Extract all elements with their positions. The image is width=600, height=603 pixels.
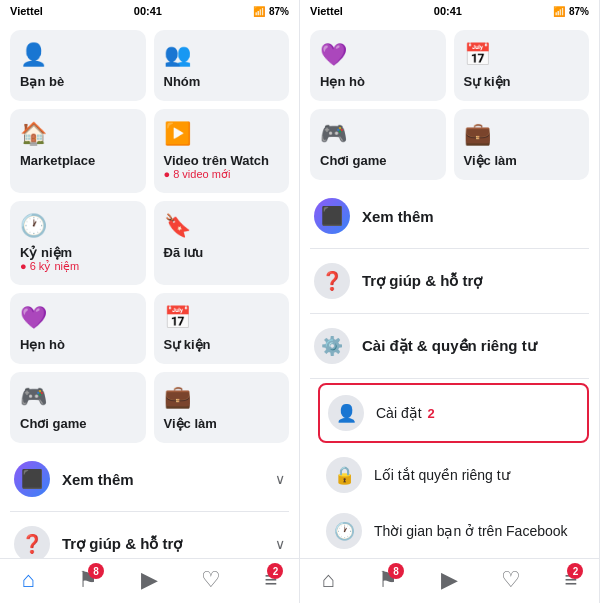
- hen-ho-label: Hẹn hò: [20, 337, 65, 352]
- choi-game-label: Chơi game: [20, 416, 87, 431]
- cai-dat-sub-badge: 2: [428, 406, 435, 421]
- video-label: Video trên Watch: [164, 153, 269, 168]
- xem-them-arrow: ∨: [275, 471, 285, 487]
- grid-item-viec-lam-r[interactable]: 💼 Việc làm: [454, 109, 590, 180]
- ban-be-icon: 👤: [20, 42, 47, 68]
- tro-giup-label-r: Trợ giúp & hỗ trợ: [362, 272, 585, 290]
- marketplace-icon: 🏠: [20, 121, 47, 147]
- ky-niem-icon: 🕐: [20, 213, 47, 239]
- video-badge: ● 8 video mới: [164, 168, 231, 181]
- grid-item-hen-ho[interactable]: 💜 Hẹn hò: [10, 293, 146, 364]
- tro-giup-arrow: ∨: [275, 536, 285, 552]
- choi-game-label-r: Chơi game: [320, 153, 387, 168]
- ky-niem-label: Kỷ niệm: [20, 245, 72, 260]
- grid-item-su-kien-r[interactable]: 📅 Sự kiện: [454, 30, 590, 101]
- left-time: 00:41: [134, 5, 162, 17]
- viec-lam-icon: 💼: [164, 384, 191, 410]
- tro-giup-label: Trợ giúp & hỗ trợ: [62, 535, 275, 553]
- nhom-label: Nhóm: [164, 74, 201, 89]
- tro-giup-menu-r[interactable]: ❓ Trợ giúp & hỗ trợ: [310, 253, 589, 309]
- right-battery-icon: 87%: [569, 6, 589, 17]
- xem-them-menu-r[interactable]: ⬛ Xem thêm: [310, 188, 589, 244]
- thoi-gian-icon: 🕐: [326, 513, 362, 549]
- tab-heart-right[interactable]: ♡: [493, 565, 529, 595]
- right-carrier: Viettel: [310, 5, 343, 17]
- da-luu-label: Đã lưu: [164, 245, 204, 260]
- grid-item-su-kien[interactable]: 📅 Sự kiện: [154, 293, 290, 364]
- cai-dat-sub-item[interactable]: 👤 Cài đặt 2: [320, 385, 587, 441]
- left-carrier: Viettel: [10, 5, 43, 17]
- loi-tat-sub-item[interactable]: 🔒 Lối tắt quyền riêng tư: [318, 447, 589, 503]
- tab-home-right[interactable]: ⌂: [314, 565, 343, 595]
- right-panel: Viettel 00:41 📶 87% 💜 Hẹn hò 📅 Sự kiện 🎮…: [300, 0, 600, 603]
- ban-be-label: Bạn bè: [20, 74, 64, 89]
- viec-lam-label: Việc làm: [164, 416, 217, 431]
- grid-item-choi-game-r[interactable]: 🎮 Chơi game: [310, 109, 446, 180]
- divider-r1: [310, 248, 589, 249]
- thoi-gian-label: Thời gian bạn ở trên Facebook: [374, 523, 568, 539]
- xem-them-label-r: Xem thêm: [362, 208, 585, 225]
- tro-giup-menu[interactable]: ❓ Trợ giúp & hỗ trợ ∨: [10, 516, 289, 558]
- right-status-icons: 📶 87%: [553, 6, 589, 17]
- menu-badge-right: 2: [567, 563, 583, 579]
- right-time: 00:41: [434, 5, 462, 17]
- tro-giup-icon-r: ❓: [314, 263, 350, 299]
- right-grid: 💜 Hẹn hò 📅 Sự kiện 🎮 Chơi game 💼 Việc là…: [310, 30, 589, 180]
- heart-icon-left: ♡: [201, 567, 221, 593]
- left-tab-bar: ⌂ ⚑ 8 ▶ ♡ ≡ 2: [0, 558, 299, 603]
- divider-r2: [310, 313, 589, 314]
- loi-tat-label: Lối tắt quyền riêng tư: [374, 467, 510, 483]
- xem-them-icon-r: ⬛: [314, 198, 350, 234]
- da-luu-icon: 🔖: [164, 213, 191, 239]
- thoi-gian-sub-item[interactable]: 🕐 Thời gian bạn ở trên Facebook: [318, 503, 589, 558]
- signal-icon: 📶: [253, 6, 265, 17]
- grid-item-marketplace[interactable]: 🏠 Marketplace: [10, 109, 146, 193]
- tab-friends-right[interactable]: ⚑ 8: [370, 565, 406, 595]
- video-icon: ▶️: [164, 121, 191, 147]
- choi-game-icon: 🎮: [20, 384, 47, 410]
- watch-icon-right: ▶: [441, 567, 458, 593]
- viec-lam-icon-r: 💼: [464, 121, 491, 147]
- cai-dat-sub-label: Cài đặt: [376, 405, 422, 421]
- right-tab-bar: ⌂ ⚑ 8 ▶ ♡ ≡ 2: [300, 558, 599, 603]
- tab-heart-left[interactable]: ♡: [193, 565, 229, 595]
- tab-menu-left[interactable]: ≡ 2: [257, 565, 286, 595]
- sub-items-container: 👤 Cài đặt 2 🔒 Lối tắt quyền riêng tư 🕐 T…: [310, 383, 589, 558]
- divider-1: [10, 511, 289, 512]
- grid-item-ky-niem[interactable]: 🕐 Kỷ niệm ● 6 kỷ niệm: [10, 201, 146, 285]
- hen-ho-icon-r: 💜: [320, 42, 347, 68]
- tab-menu-right[interactable]: ≡ 2: [557, 565, 586, 595]
- tab-friends-left[interactable]: ⚑ 8: [70, 565, 106, 595]
- tab-home-left[interactable]: ⌂: [14, 565, 43, 595]
- grid-item-hen-ho-r[interactable]: 💜 Hẹn hò: [310, 30, 446, 101]
- cai-dat-label-r: Cài đặt & quyền riêng tư: [362, 337, 585, 355]
- su-kien-label: Sự kiện: [164, 337, 211, 352]
- hen-ho-label-r: Hẹn hò: [320, 74, 365, 89]
- nhom-icon: 👥: [164, 42, 191, 68]
- heart-icon-right: ♡: [501, 567, 521, 593]
- xem-them-icon: ⬛: [14, 461, 50, 497]
- tab-watch-left[interactable]: ▶: [133, 565, 166, 595]
- cai-dat-icon-r: ⚙️: [314, 328, 350, 364]
- left-grid: 👤 Bạn bè 👥 Nhóm 🏠 Marketplace ▶️ Video t…: [10, 30, 289, 443]
- left-scroll: 👤 Bạn bè 👥 Nhóm 🏠 Marketplace ▶️ Video t…: [0, 22, 299, 558]
- grid-item-ban-be[interactable]: 👤 Bạn bè: [10, 30, 146, 101]
- marketplace-label: Marketplace: [20, 153, 95, 168]
- tab-watch-right[interactable]: ▶: [433, 565, 466, 595]
- watch-icon-left: ▶: [141, 567, 158, 593]
- grid-item-nhom[interactable]: 👥 Nhóm: [154, 30, 290, 101]
- su-kien-icon-r: 📅: [464, 42, 491, 68]
- menu-badge-left: 2: [267, 563, 283, 579]
- su-kien-label-r: Sự kiện: [464, 74, 511, 89]
- xem-them-menu[interactable]: ⬛ Xem thêm ∨: [10, 451, 289, 507]
- cai-dat-quyen-menu-r[interactable]: ⚙️ Cài đặt & quyền riêng tư: [310, 318, 589, 374]
- left-status-bar: Viettel 00:41 📶 87%: [0, 0, 299, 22]
- grid-item-da-luu[interactable]: 🔖 Đã lưu: [154, 201, 290, 285]
- ky-niem-badge: ● 6 kỷ niệm: [20, 260, 79, 273]
- divider-r3: [310, 378, 589, 379]
- grid-item-viec-lam[interactable]: 💼 Việc làm: [154, 372, 290, 443]
- grid-item-video-watch[interactable]: ▶️ Video trên Watch ● 8 video mới: [154, 109, 290, 193]
- home-icon-right: ⌂: [322, 567, 335, 593]
- choi-game-icon-r: 🎮: [320, 121, 347, 147]
- grid-item-choi-game[interactable]: 🎮 Chơi game: [10, 372, 146, 443]
